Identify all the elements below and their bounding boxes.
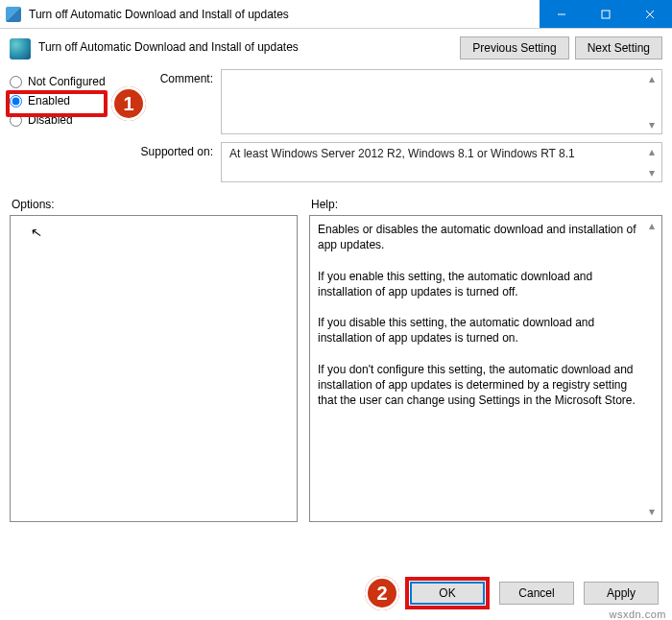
apply-button[interactable]: Apply xyxy=(584,582,659,605)
watermark: wsxdn.com xyxy=(609,608,666,620)
radio-enabled[interactable]: Enabled xyxy=(10,94,125,107)
annotation-marker-1: 1 xyxy=(111,86,146,121)
window-title: Turn off Automatic Download and Install … xyxy=(27,8,540,21)
app-icon xyxy=(6,7,21,22)
supported-label: Supported on: xyxy=(134,142,221,158)
options-label: Options: xyxy=(12,198,298,211)
window-buttons xyxy=(540,0,672,28)
state-radios: Not Configured Enabled Disabled 1 xyxy=(10,69,125,190)
next-setting-button[interactable]: Next Setting xyxy=(575,36,662,60)
close-button[interactable] xyxy=(628,0,672,28)
ok-button[interactable]: OK xyxy=(410,582,485,605)
radio-disabled[interactable]: Disabled xyxy=(10,113,125,127)
svg-rect-1 xyxy=(602,11,610,18)
help-label: Help: xyxy=(311,198,662,211)
help-scroll[interactable]: ▴▾ xyxy=(644,218,660,519)
radio-not-configured-input[interactable] xyxy=(10,76,22,88)
supported-value: At least Windows Server 2012 R2, Windows… xyxy=(229,147,575,160)
comment-scroll[interactable]: ▴▾ xyxy=(644,72,660,131)
options-pane xyxy=(10,215,298,522)
comment-label: Comment: xyxy=(134,69,221,85)
policy-title: Turn off Automatic Download and Install … xyxy=(38,36,452,54)
maximize-button[interactable] xyxy=(584,0,628,28)
radio-not-configured-label: Not Configured xyxy=(28,75,106,88)
annotation-marker-2: 2 xyxy=(365,576,399,610)
supported-scroll[interactable]: ▴▾ xyxy=(644,145,660,179)
titlebar: Turn off Automatic Download and Install … xyxy=(0,0,672,29)
radio-enabled-label: Enabled xyxy=(28,94,70,107)
previous-setting-button[interactable]: Previous Setting xyxy=(460,36,568,60)
help-pane: Enables or disables the automatic downlo… xyxy=(309,215,662,522)
policy-icon xyxy=(10,38,31,60)
minimize-button[interactable] xyxy=(540,0,584,28)
cancel-button[interactable]: Cancel xyxy=(499,582,574,605)
supported-field: At least Windows Server 2012 R2, Windows… xyxy=(221,142,662,182)
radio-disabled-label: Disabled xyxy=(28,113,73,127)
radio-disabled-input[interactable] xyxy=(10,114,22,127)
comment-field[interactable]: ▴▾ xyxy=(221,69,662,134)
radio-enabled-input[interactable] xyxy=(10,95,22,107)
radio-not-configured[interactable]: Not Configured xyxy=(10,75,125,88)
dialog-footer: 2 OK Cancel Apply xyxy=(365,576,659,610)
help-text: Enables or disables the automatic downlo… xyxy=(318,222,642,408)
